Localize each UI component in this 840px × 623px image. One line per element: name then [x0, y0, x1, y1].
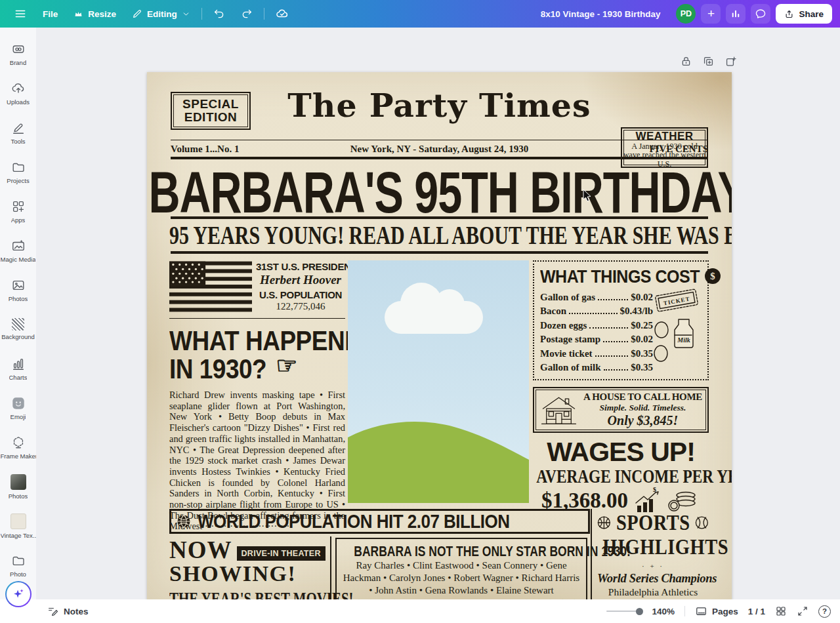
- editing-mode-button[interactable]: Editing: [125, 5, 198, 23]
- subheadline[interactable]: 95 YEARS YOUNG! READ ALL ABOUT THE YEAR …: [169, 221, 709, 251]
- left-column-rule: [169, 318, 345, 319]
- president-label: 31ST U.S. PRESIDENT: [256, 261, 345, 272]
- toolbar-divider: [264, 8, 264, 20]
- header-rule: [171, 140, 708, 140]
- document-title[interactable]: 8x10 Vintage - 1930 Birthday: [541, 9, 661, 19]
- sidebar-item-uploads[interactable]: Uploads: [0, 73, 36, 113]
- page-controls: [680, 55, 737, 68]
- stars-names: Ray Charles • Clint Eastwood • Sean Conn…: [342, 559, 581, 596]
- design-canvas[interactable]: SPECIAL EDITION The Party Times WEATHER …: [147, 72, 732, 600]
- house-price: Only $3,845!: [583, 414, 702, 428]
- fullscreen-icon[interactable]: [797, 605, 808, 617]
- wages-block[interactable]: WAGES UP! AVERAGE INCOME PER YEAR $1,368…: [533, 438, 709, 513]
- house-ad-box[interactable]: A HOUSE TO CALL HOME Simple. Solid. Time…: [533, 387, 709, 433]
- grid-view-icon[interactable]: [775, 605, 787, 617]
- stars-born-box[interactable]: BARBARA IS NOT THE ONLY STAR BORN IN 193…: [335, 538, 587, 600]
- zoom-slider-knob[interactable]: [636, 608, 643, 615]
- sidebar-item-apps[interactable]: Apps: [0, 191, 36, 231]
- bottom-statusbar: Notes 140% Pages 1 / 1 ?: [0, 599, 840, 623]
- comments-button[interactable]: [751, 4, 770, 24]
- sidebar-item-magic-media[interactable]: Magic Media: [0, 231, 36, 270]
- sidebar-label: Charts: [9, 374, 28, 381]
- world-series-label: World Series Champions: [597, 572, 709, 586]
- upload-cloud-icon: [11, 81, 26, 96]
- sparkle-icon: [11, 587, 26, 601]
- undo-button[interactable]: [206, 4, 232, 24]
- notes-button[interactable]: Notes: [47, 605, 89, 617]
- sidebar-item-background[interactable]: Background: [0, 310, 36, 349]
- help-glyph: ?: [822, 607, 827, 615]
- sidebar-label: Photos: [9, 295, 28, 302]
- cloud-save-status[interactable]: [268, 3, 296, 24]
- sidebar-item-photo-folder[interactable]: Photo: [0, 546, 36, 585]
- file-menu-button[interactable]: File: [35, 5, 65, 23]
- population-value: 122,775,046: [256, 301, 345, 312]
- redo-button[interactable]: [234, 4, 260, 24]
- left-column: 31ST U.S. PRESIDENT Herbert Hoover U.S. …: [169, 261, 345, 532]
- photo-placeholder[interactable]: [348, 260, 529, 503]
- what-happened-heading[interactable]: WHAT HAPPENED IN 1930? ☞: [169, 325, 345, 382]
- dot-leader: [603, 341, 628, 342]
- avatar[interactable]: PD: [676, 4, 696, 24]
- add-member-button[interactable]: +: [701, 4, 721, 24]
- folder-icon: [11, 160, 26, 174]
- sidebar-item-photos[interactable]: Photos: [0, 270, 36, 310]
- eggs-and-milk-illustration: Milk: [651, 315, 702, 367]
- frame-maker-icon: [11, 435, 26, 450]
- pointing-hand-icon: ☞: [276, 353, 297, 378]
- drive-in-badge: DRIVE-IN THEATER: [237, 546, 326, 561]
- sidebar-label: Tools: [10, 138, 25, 145]
- price-label: Dozen eggs: [540, 320, 587, 331]
- sports-divider: · + ·: [597, 563, 709, 570]
- vintage-texture-thumbnail: [10, 513, 26, 529]
- sidebar-item-frame-maker[interactable]: Frame Maker: [0, 428, 36, 467]
- zoom-slider[interactable]: [606, 611, 642, 612]
- now-showing-block[interactable]: NOW DRIVE-IN THEATER SHOWING! THE YEAR'S…: [169, 539, 328, 600]
- magic-media-icon: [11, 239, 26, 253]
- duplicate-page-icon[interactable]: [702, 55, 715, 68]
- price-row: Bacon$0.43/lb: [540, 303, 653, 317]
- baseball-icon: [695, 515, 709, 531]
- pages-button[interactable]: Pages: [695, 605, 738, 618]
- special-edition-box[interactable]: SPECIAL EDITION: [171, 92, 251, 130]
- basketball-icon: [597, 515, 611, 531]
- house-tagline: Simple. Solid. Timeless.: [583, 403, 702, 412]
- editing-label: Editing: [147, 9, 177, 19]
- sidebar-item-emoji[interactable]: Emoji: [0, 388, 36, 428]
- headline[interactable]: BARBARA'S 95TH BIRTHDAY: [160, 159, 719, 218]
- zoom-level[interactable]: 140%: [652, 607, 675, 616]
- emoji-icon: [11, 396, 26, 411]
- undo-icon: [213, 8, 225, 20]
- what-things-cost-box[interactable]: WHAT THINGS COST $ Gallon of gas$0.02 Ba…: [533, 260, 709, 380]
- sidebar-item-photos-folder[interactable]: Photos: [0, 467, 36, 506]
- dot-leader: [595, 355, 629, 357]
- folder-icon: [11, 553, 26, 568]
- canva-assistant-button[interactable]: [5, 581, 32, 607]
- price-label: Postage stamp: [540, 334, 600, 345]
- sidebar-item-tools[interactable]: Tools: [0, 113, 36, 152]
- sidebar-item-projects[interactable]: Projects: [0, 152, 36, 191]
- president-block[interactable]: 31ST U.S. PRESIDENT Herbert Hoover U.S. …: [169, 261, 345, 312]
- masthead-title[interactable]: The Party Times: [255, 87, 623, 125]
- insights-button[interactable]: [726, 4, 746, 24]
- world-series-champion: Philadelphia Athletics: [597, 586, 709, 598]
- sidebar-item-vintage-textures[interactable]: Vintage Tex...: [0, 506, 36, 546]
- sidebar-item-charts[interactable]: Charts: [0, 349, 36, 388]
- share-button[interactable]: Share: [776, 4, 832, 24]
- population-banner[interactable]: WORLD POPULATION HIT 2.07 BILLION: [169, 509, 590, 534]
- dot-leader: [589, 327, 628, 329]
- sidebar-item-brand[interactable]: Brand: [0, 34, 36, 73]
- sidebar-label: Photo: [10, 571, 26, 578]
- volume-row[interactable]: Volume 1...No. 1 New York, NY - Saturday…: [171, 142, 708, 156]
- help-button[interactable]: ?: [818, 605, 831, 618]
- sports-highlights-block[interactable]: SPORTS HIGHLIGHTS · + · World Series Cha…: [591, 509, 709, 600]
- lock-icon[interactable]: [680, 55, 692, 68]
- background-texture-icon: [12, 318, 24, 331]
- house-title: A HOUSE TO CALL HOME: [583, 392, 702, 403]
- assistant-inner: [7, 582, 30, 606]
- add-page-icon[interactable]: [724, 55, 737, 68]
- resize-button[interactable]: Resize: [66, 5, 123, 23]
- main-menu-button[interactable]: [7, 3, 34, 24]
- brand-icon: [11, 42, 26, 56]
- best-movies-label: THE YEAR'S BEST MOVIES!: [169, 588, 353, 600]
